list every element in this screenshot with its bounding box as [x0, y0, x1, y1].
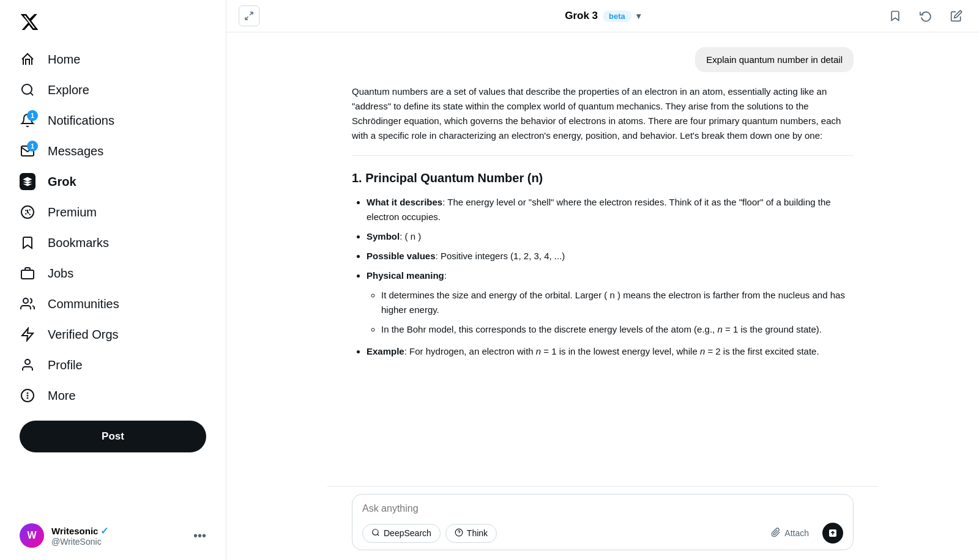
user-name: Writesonic ✓: [51, 525, 186, 537]
input-box: DeepSearch Think: [352, 494, 854, 550]
expand-button[interactable]: [239, 6, 259, 26]
sidebar-item-explore[interactable]: Explore: [10, 75, 216, 105]
envelope-icon: 1: [20, 143, 35, 159]
x-logo[interactable]: [10, 5, 216, 42]
sidebar-item-label: Jobs: [48, 267, 73, 281]
topbar-actions: [885, 6, 967, 26]
deepsearch-button[interactable]: DeepSearch: [362, 524, 441, 543]
svg-point-11: [28, 396, 28, 396]
avatar: W: [20, 523, 44, 548]
think-label: Think: [467, 528, 488, 538]
main-content: Grok 3 beta ▾: [226, 0, 979, 560]
svg-point-3: [23, 298, 28, 303]
sidebar-item-profile[interactable]: Profile: [10, 350, 216, 380]
svg-line-14: [245, 17, 248, 20]
user-profile-row[interactable]: W Writesonic ✓ @WriteSonic •••: [10, 516, 216, 555]
bookmark-button[interactable]: [885, 6, 906, 26]
sub-list: It determines the size and energy of the…: [367, 288, 854, 337]
sidebar-item-label: More: [48, 389, 76, 403]
bullet-example: Example: For hydrogen, an electron with …: [367, 344, 854, 359]
sidebar-item-label: Bookmarks: [48, 236, 109, 250]
svg-line-13: [250, 12, 253, 15]
bullet3-text: : Positive integers (1, 2, 3, 4, ...): [436, 251, 565, 261]
sidebar-item-jobs[interactable]: Jobs: [10, 258, 216, 289]
bullet-possible-values: Possible values: Positive integers (1, 2…: [367, 249, 854, 263]
bullet4-text: :: [444, 270, 447, 281]
svg-point-15: [373, 529, 378, 534]
svg-rect-2: [21, 270, 34, 279]
think-button[interactable]: Think: [445, 524, 497, 543]
ai-response: Quantum numbers are a set of values that…: [352, 84, 854, 359]
sidebar-item-home[interactable]: Home: [10, 44, 216, 75]
svg-marker-4: [22, 328, 33, 341]
sidebar-item-label: Premium: [48, 205, 97, 219]
grok-icon: [20, 174, 35, 190]
more-icon: [20, 388, 35, 403]
sidebar-item-label: Grok: [48, 175, 76, 189]
response-intro: Quantum numbers are a set of values that…: [352, 84, 854, 143]
input-right-actions: Attach: [764, 523, 843, 543]
verified-orgs-icon: [20, 326, 35, 342]
sidebar-item-label: Profile: [48, 358, 83, 372]
sub-bullet-2: In the Bohr model, this corresponds to t…: [381, 322, 854, 337]
bullet1-label: What it describes: [367, 197, 442, 207]
sidebar-item-messages[interactable]: 1 Messages: [10, 136, 216, 166]
communities-icon: [20, 296, 35, 312]
sidebar-item-bookmarks[interactable]: Bookmarks: [10, 227, 216, 258]
think-icon: [455, 528, 463, 539]
user-info: Writesonic ✓ @WriteSonic: [51, 525, 186, 547]
bullet2-text: : ( n ): [400, 231, 421, 241]
compose-button[interactable]: [946, 6, 967, 26]
ask-input[interactable]: [362, 503, 843, 514]
paperclip-icon: [771, 528, 781, 539]
explore-icon: [20, 82, 35, 98]
user-message: Explain quantum number in detail: [352, 47, 854, 72]
sidebar-item-premium[interactable]: Premium: [10, 197, 216, 227]
bullet5-text: : For hydrogen, an electron with n = 1 i…: [404, 346, 819, 356]
send-button[interactable]: [822, 523, 843, 543]
deepsearch-label: DeepSearch: [384, 528, 431, 538]
user-more-dots[interactable]: •••: [193, 529, 206, 543]
beta-badge: beta: [603, 10, 631, 22]
sidebar-item-label: Explore: [48, 83, 89, 97]
sidebar-item-label: Verified Orgs: [48, 328, 119, 342]
sidebar-item-more[interactable]: More: [10, 380, 216, 411]
svg-point-5: [25, 359, 30, 364]
input-actions: DeepSearch Think: [362, 523, 843, 543]
user-bubble-text: Explain quantum number in detail: [695, 47, 854, 72]
sidebar-item-label: Notifications: [48, 114, 114, 128]
topbar-title: Grok 3: [565, 10, 598, 22]
sidebar-item-label: Messages: [48, 144, 103, 158]
svg-point-12: [28, 398, 28, 399]
topbar-left: [239, 6, 259, 26]
sidebar-item-grok[interactable]: Grok: [10, 166, 216, 197]
person-icon: [20, 357, 35, 373]
post-button[interactable]: Post: [20, 421, 206, 452]
jobs-icon: [20, 265, 35, 281]
sidebar: Home Explore 1 Notifications 1: [0, 0, 226, 560]
sidebar-item-notifications[interactable]: 1 Notifications: [10, 105, 216, 136]
user-handle: @WriteSonic: [51, 537, 186, 547]
history-button[interactable]: [915, 6, 936, 26]
svg-point-10: [28, 393, 28, 394]
divider: [352, 155, 854, 156]
messages-badge: 1: [27, 141, 38, 152]
sidebar-item-communities[interactable]: Communities: [10, 289, 216, 319]
attach-button[interactable]: Attach: [764, 524, 816, 543]
chevron-down-icon[interactable]: ▾: [636, 11, 641, 21]
premium-icon: [20, 204, 35, 220]
sidebar-item-label: Communities: [48, 297, 119, 311]
topbar-title-area: Grok 3 beta ▾: [565, 10, 641, 22]
home-icon: [20, 51, 35, 67]
sidebar-item-verified-orgs[interactable]: Verified Orgs: [10, 319, 216, 350]
sub-bullet-1: It determines the size and energy of the…: [381, 288, 854, 317]
bullet5-label: Example: [367, 346, 404, 356]
x-logo-svg: [20, 12, 39, 32]
chat-area: Explain quantum number in detail Quantum…: [327, 32, 878, 486]
bullet3-label: Possible values: [367, 251, 436, 261]
bullet2-label: Symbol: [367, 231, 400, 241]
input-area: DeepSearch Think: [327, 486, 878, 560]
bookmark-icon: [20, 235, 35, 251]
section1-title: 1. Principal Quantum Number (n): [352, 168, 854, 188]
search-icon: [371, 528, 380, 539]
